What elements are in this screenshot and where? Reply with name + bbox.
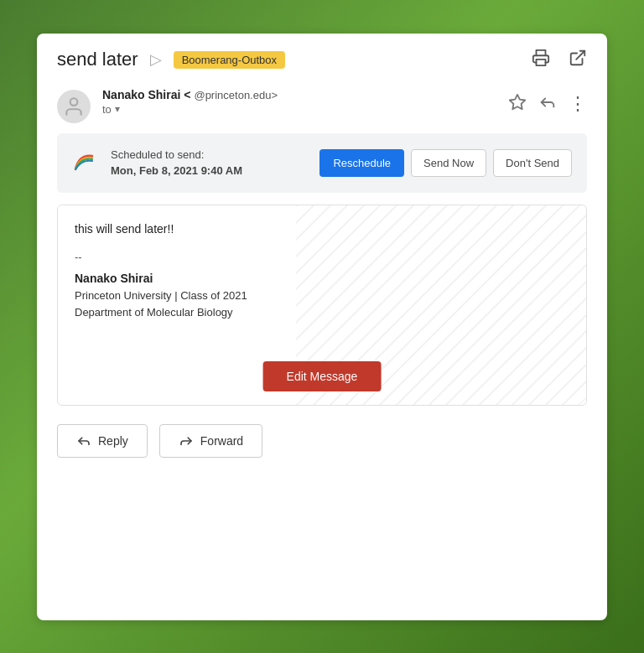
svg-point-2 — [70, 98, 78, 106]
open-external-icon[interactable] — [569, 49, 587, 71]
avatar — [57, 90, 91, 123]
schedule-text: Scheduled to send: Mon, Feb 8, 2021 9:40… — [111, 147, 304, 179]
reschedule-button[interactable]: Reschedule — [319, 149, 404, 177]
page-title: send later — [57, 49, 138, 70]
reply-header-icon[interactable] — [538, 93, 557, 116]
reply-button-label: Reply — [98, 434, 128, 448]
chevron-icon: ▷ — [150, 50, 162, 69]
sender-email: @princeton.edu> — [194, 89, 278, 101]
schedule-box: Scheduled to send: Mon, Feb 8, 2021 9:40… — [57, 133, 587, 193]
to-label: to — [102, 103, 112, 116]
svg-marker-3 — [510, 94, 525, 108]
schedule-date: Mon, Feb 8, 2021 9:40 AM — [111, 164, 242, 177]
forward-button[interactable]: Forward — [159, 424, 262, 458]
svg-line-1 — [576, 50, 584, 59]
sender-name: Nanako Shirai < — [102, 88, 190, 101]
svg-rect-0 — [537, 59, 546, 65]
print-icon[interactable] — [532, 49, 550, 71]
sender-row: Nanako Shirai < @princeton.edu> to ▾ ⋮ — [37, 81, 607, 133]
schedule-buttons: Reschedule Send Now Don't Send — [319, 149, 572, 177]
send-now-button[interactable]: Send Now — [411, 149, 486, 177]
signature-line2: Department of Molecular Biology — [75, 304, 569, 322]
more-icon[interactable]: ⋮ — [569, 93, 587, 115]
email-body: this will send later!! -- Nanako Shirai … — [57, 205, 587, 406]
signature-line1: Princeton University | Class of 2021 — [75, 288, 569, 305]
email-message: this will send later!! — [75, 222, 569, 236]
edit-message-btn-wrap: Edit Message — [263, 361, 382, 391]
email-card: send later ▷ Boomerang-Outbox — [37, 34, 607, 620]
edit-message-button[interactable]: Edit Message — [263, 361, 382, 391]
forward-icon — [179, 433, 194, 448]
action-bar: Reply Forward — [37, 406, 607, 478]
forward-button-label: Forward — [200, 434, 243, 448]
reply-icon — [76, 433, 91, 448]
signature-name: Nanako Shirai — [75, 272, 569, 285]
sender-info: Nanako Shirai < @princeton.edu> to ▾ — [102, 88, 496, 116]
star-icon[interactable] — [508, 93, 527, 116]
email-divider: -- — [75, 251, 569, 263]
header: send later ▷ Boomerang-Outbox — [37, 34, 607, 81]
dont-send-button[interactable]: Don't Send — [493, 149, 572, 177]
schedule-logo-icon — [72, 151, 96, 174]
reply-button[interactable]: Reply — [57, 424, 148, 458]
to-dropdown-icon[interactable]: ▾ — [115, 103, 120, 115]
boomerang-badge[interactable]: Boomerang-Outbox — [174, 51, 285, 69]
sender-actions: ⋮ — [508, 93, 587, 116]
